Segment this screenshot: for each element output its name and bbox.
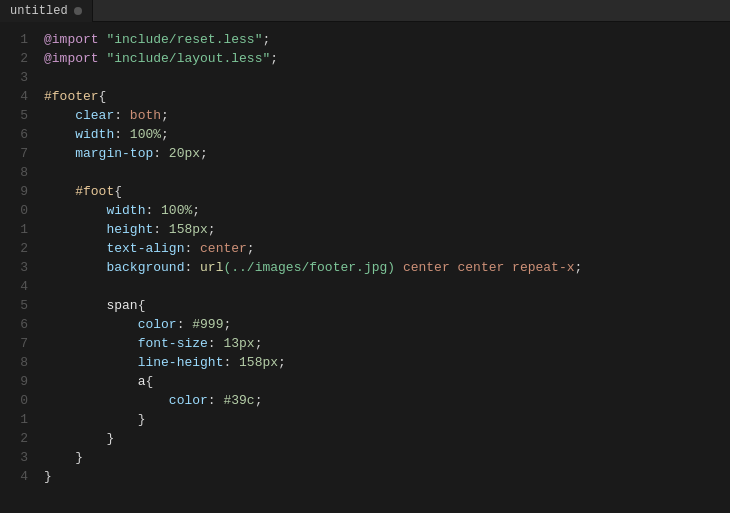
tab-title: untitled [10, 4, 68, 18]
line-number: 1 [0, 410, 28, 429]
line-number: 3 [0, 448, 28, 467]
file-tab[interactable]: untitled [0, 0, 93, 22]
line-number: 2 [0, 239, 28, 258]
code-line: @import "include/reset.less"; [44, 30, 730, 49]
line-number: 3 [0, 68, 28, 87]
line-number: 5 [0, 106, 28, 125]
line-number: 8 [0, 353, 28, 372]
code-line: font-size: 13px; [44, 334, 730, 353]
line-number: 6 [0, 315, 28, 334]
code-line: color: #39c; [44, 391, 730, 410]
code-line: clear: both; [44, 106, 730, 125]
line-number: 6 [0, 125, 28, 144]
line-number: 7 [0, 334, 28, 353]
code-line: line-height: 158px; [44, 353, 730, 372]
code-line: background: url(../images/footer.jpg) ce… [44, 258, 730, 277]
tab-modified-dot [74, 7, 82, 15]
editor-area: 123456789012345678901234 @import "includ… [0, 22, 730, 513]
code-area[interactable]: @import "include/reset.less";@import "in… [36, 22, 730, 513]
code-line: height: 158px; [44, 220, 730, 239]
line-number: 7 [0, 144, 28, 163]
line-number: 0 [0, 391, 28, 410]
line-number: 0 [0, 201, 28, 220]
code-line: @import "include/layout.less"; [44, 49, 730, 68]
line-number: 5 [0, 296, 28, 315]
code-line: } [44, 429, 730, 448]
line-number: 3 [0, 258, 28, 277]
code-line [44, 68, 730, 87]
code-line [44, 163, 730, 182]
code-line [44, 277, 730, 296]
line-number: 1 [0, 220, 28, 239]
tab-bar: untitled [0, 0, 730, 22]
code-line: #foot{ [44, 182, 730, 201]
line-number: 1 [0, 30, 28, 49]
line-number: 8 [0, 163, 28, 182]
line-number: 2 [0, 49, 28, 68]
code-line: width: 100%; [44, 125, 730, 144]
line-number: 9 [0, 182, 28, 201]
line-number: 4 [0, 277, 28, 296]
code-line: text-align: center; [44, 239, 730, 258]
code-line: a{ [44, 372, 730, 391]
code-line: #footer{ [44, 87, 730, 106]
code-line: } [44, 448, 730, 467]
line-number: 9 [0, 372, 28, 391]
code-line: } [44, 467, 730, 486]
line-number: 2 [0, 429, 28, 448]
line-number: 4 [0, 467, 28, 486]
code-line: color: #999; [44, 315, 730, 334]
code-line: } [44, 410, 730, 429]
code-line: span{ [44, 296, 730, 315]
line-numbers: 123456789012345678901234 [0, 22, 36, 513]
code-line: margin-top: 20px; [44, 144, 730, 163]
code-line: width: 100%; [44, 201, 730, 220]
line-number: 4 [0, 87, 28, 106]
